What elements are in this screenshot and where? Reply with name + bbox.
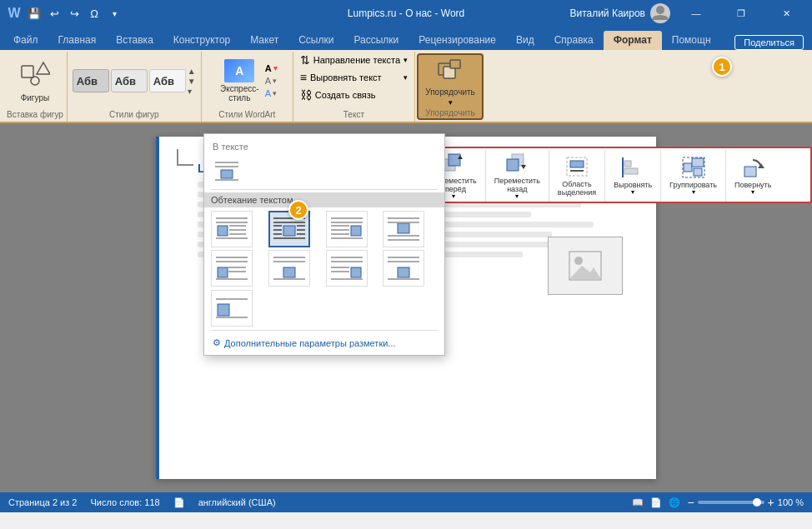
- zoom-in-icon[interactable]: +: [768, 496, 774, 509]
- group-insert-shapes-content: Фигуры: [17, 52, 53, 110]
- zoom-slider[interactable]: [698, 501, 764, 504]
- zoom-out-icon[interactable]: −: [687, 496, 694, 509]
- text-direction-btn[interactable]: ⇅ Направление текста ▾: [297, 52, 411, 68]
- pos-in-text[interactable]: [211, 157, 243, 187]
- share-button[interactable]: Поделиться: [734, 35, 804, 50]
- wrap-option-3[interactable]: [326, 211, 368, 247]
- wrap-option-8[interactable]: [383, 250, 424, 287]
- shapes-label: Фигуры: [21, 93, 49, 102]
- wrap-option-inline[interactable]: [211, 290, 253, 327]
- wrap-option-5[interactable]: [211, 250, 253, 287]
- tab-insert[interactable]: Вставка: [106, 31, 163, 50]
- rs-group-group: Группировать ▾: [661, 150, 726, 202]
- shapes-button[interactable]: Фигуры: [17, 57, 53, 104]
- send-backward-icon: [505, 152, 529, 177]
- redo-icon[interactable]: ↪: [67, 6, 82, 21]
- language[interactable]: английский (США): [198, 497, 276, 507]
- rotate-caret: ▾: [751, 189, 754, 196]
- close-button[interactable]: ✕: [767, 0, 805, 27]
- svg-marker-36: [569, 266, 601, 279]
- style-btn-1[interactable]: Абв: [73, 69, 109, 92]
- style-scroll-down[interactable]: ▼: [188, 77, 196, 86]
- wrap-option-1[interactable]: [211, 211, 253, 247]
- group-icon: [682, 157, 705, 181]
- user-info[interactable]: Виталий Каиров: [569, 3, 670, 23]
- undo-icon[interactable]: ↩: [47, 6, 62, 21]
- wrap-option-7[interactable]: [326, 250, 368, 287]
- tab-home[interactable]: Главная: [48, 31, 107, 50]
- arrange-button[interactable]: Упорядочить ▾: [422, 55, 479, 108]
- tab-file[interactable]: Файл: [3, 31, 48, 50]
- group-insert-shapes-label: Вставка фигур: [7, 110, 63, 122]
- rs-send-backward-group: Переместитьназад ▾: [486, 150, 549, 202]
- svg-rect-30: [694, 168, 702, 176]
- express-style-btn[interactable]: A Экспресс-стиль: [217, 57, 263, 104]
- avatar[interactable]: [650, 3, 670, 23]
- ribbon-tabs: Файл Главная Вставка Конструктор Макет С…: [0, 27, 812, 50]
- style-btn-3[interactable]: Абв: [149, 69, 186, 92]
- minimize-button[interactable]: —: [677, 0, 715, 27]
- save-icon[interactable]: 💾: [27, 6, 42, 21]
- tab-format[interactable]: Формат: [604, 31, 662, 50]
- rotate-btn[interactable]: Повернуть ▾: [731, 155, 774, 197]
- group-arrange[interactable]: Упорядочить ▾ Упорядочить: [417, 53, 484, 120]
- express-label: Экспресс-стиль: [220, 84, 259, 102]
- tab-help[interactable]: Справка: [544, 31, 604, 50]
- restore-button[interactable]: ❐: [722, 0, 760, 27]
- text-outline-btn[interactable]: А▾: [265, 76, 278, 86]
- doc-icon[interactable]: 📄: [173, 497, 185, 508]
- rs-selection-group: Областьвыделения: [549, 150, 605, 202]
- wrap-option-6[interactable]: [268, 250, 310, 287]
- svg-point-3: [31, 77, 39, 85]
- omega-icon[interactable]: Ω: [87, 6, 102, 21]
- group-wordart-label: Стили WordArt: [218, 110, 275, 122]
- svg-rect-17: [449, 154, 460, 166]
- text-fill-btn[interactable]: А▾: [265, 63, 278, 73]
- rs-rotate-group: Повернуть ▾: [726, 150, 779, 202]
- svg-rect-91: [218, 304, 229, 316]
- tab-references[interactable]: Ссылки: [288, 31, 343, 50]
- tab-mailings[interactable]: Рассылки: [343, 31, 409, 50]
- zoom-thumb[interactable]: [753, 498, 761, 507]
- user-name: Виталий Каиров: [569, 7, 645, 19]
- svg-rect-65: [398, 223, 409, 233]
- title-bar: W 💾 ↩ ↪ Ω ▾ Lumpics.ru - О нас - Word Ви…: [0, 0, 812, 27]
- tab-layout[interactable]: Макет: [240, 31, 288, 50]
- web-view-icon[interactable]: 🌐: [669, 497, 680, 508]
- selection-icon: [565, 156, 589, 180]
- zoom-percent: 100 %: [778, 497, 804, 507]
- create-link-btn[interactable]: ⛓ Создать связь: [297, 87, 411, 103]
- tab-design[interactable]: Конструктор: [163, 31, 240, 50]
- selection-btn[interactable]: Областьвыделения: [554, 154, 599, 198]
- align-text-btn[interactable]: ≡ Выровнять текст ▾: [297, 69, 411, 86]
- tab-view[interactable]: Вид: [506, 31, 544, 50]
- text-direction-icon: ⇅: [300, 53, 310, 67]
- group-wordart-content: A Экспресс-стиль А▾ А▾ А▾: [217, 52, 278, 110]
- callout-2: 2: [288, 200, 308, 220]
- group-caret: ▾: [692, 189, 695, 196]
- style-more[interactable]: ▾: [188, 87, 196, 96]
- selection-label: Областьвыделения: [558, 180, 596, 197]
- more-options-link[interactable]: ⚙ Дополнительные параметры разметки...: [211, 334, 438, 350]
- style-btn-2[interactable]: Абв: [111, 69, 148, 92]
- group-text-content: ⇅ Направление текста ▾ ≡ Выровнять текст…: [297, 52, 411, 110]
- group-insert-shapes: Фигуры Вставка фигур: [3, 52, 68, 122]
- align-btn[interactable]: Выровнять ▾: [610, 155, 655, 197]
- tab-assist[interactable]: Помощн: [662, 31, 721, 50]
- group-btn[interactable]: Группировать ▾: [666, 155, 720, 197]
- wrap-option-4[interactable]: [383, 211, 424, 247]
- read-mode-icon[interactable]: 📖: [632, 497, 644, 508]
- customize-icon[interactable]: ▾: [107, 6, 122, 21]
- svg-rect-86: [398, 267, 409, 277]
- send-backward-btn[interactable]: Переместитьназад ▾: [491, 151, 544, 202]
- rotate-label: Повернуть: [734, 181, 771, 189]
- tab-review[interactable]: Рецензирование: [409, 31, 506, 50]
- svg-rect-28: [684, 163, 692, 172]
- word-icon: W: [7, 6, 22, 21]
- layout-mode-icon[interactable]: 📄: [650, 497, 662, 508]
- text-effect-btn[interactable]: А▾: [265, 88, 278, 98]
- svg-rect-80: [351, 267, 361, 277]
- embedded-image[interactable]: [548, 237, 623, 295]
- style-scroll-up[interactable]: ▲: [188, 67, 196, 76]
- svg-rect-60: [351, 226, 361, 236]
